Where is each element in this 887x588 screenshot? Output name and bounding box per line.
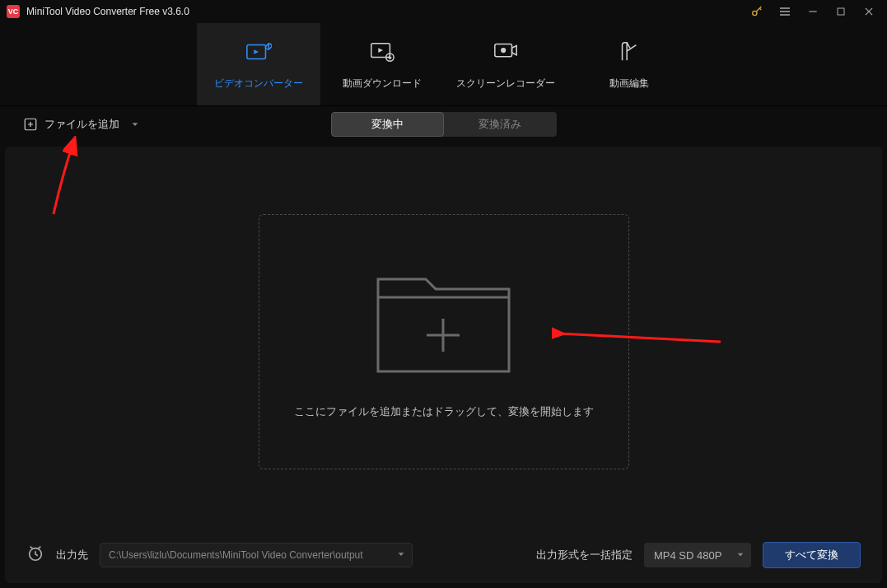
chevron-down-icon <box>736 549 745 562</box>
status-segmented: 変換中 変換済み <box>331 112 557 137</box>
svg-rect-1 <box>838 8 844 15</box>
segment-converting[interactable]: 変換中 <box>331 112 444 137</box>
subbar: ファイルを追加 変換中 変換済み <box>0 105 887 142</box>
segment-converted[interactable]: 変換済み <box>444 112 557 137</box>
chevron-down-icon <box>397 549 405 561</box>
add-files-label: ファイルを追加 <box>44 117 119 132</box>
svg-point-0 <box>753 11 757 15</box>
converter-icon <box>245 39 272 65</box>
minimize-icon[interactable] <box>806 5 819 18</box>
add-files-button[interactable]: ファイルを追加 <box>23 117 139 132</box>
add-file-icon <box>23 117 38 132</box>
tab-label: スクリーンレコーダー <box>456 77 555 91</box>
tab-label: ビデオコンバーター <box>214 77 303 91</box>
maximize-icon[interactable] <box>834 5 847 18</box>
content-area: ここにファイルを追加またはドラッグして、変換を開始します <box>5 147 882 537</box>
tab-label: 動画ダウンロード <box>343 77 422 91</box>
clock-icon[interactable] <box>26 544 44 566</box>
app-title: MiniTool Video Converter Free v3.6.0 <box>26 6 189 17</box>
key-icon[interactable] <box>750 5 763 18</box>
bottombar: 出力先 C:\Users\lizlu\Documents\MiniTool Vi… <box>5 527 882 583</box>
svg-marker-5 <box>378 48 383 53</box>
recorder-icon <box>493 39 519 65</box>
svg-point-8 <box>501 48 505 52</box>
close-icon[interactable] <box>862 5 875 18</box>
app-logo: VC <box>7 5 20 18</box>
svg-marker-3 <box>254 49 259 54</box>
svg-marker-10 <box>133 123 138 126</box>
dropzone-hint: ここにファイルを追加またはドラッグして、変換を開始します <box>294 404 594 419</box>
tab-screen-recorder[interactable]: スクリーンレコーダー <box>444 23 567 105</box>
svg-marker-13 <box>738 553 744 557</box>
output-path-value: C:\Users\lizlu\Documents\MiniTool Video … <box>109 549 363 561</box>
tab-video-edit[interactable]: 動画編集 <box>567 23 691 105</box>
folder-add-icon <box>371 264 516 380</box>
tab-video-converter[interactable]: ビデオコンバーター <box>197 23 320 105</box>
output-format-label: 出力形式を一括指定 <box>536 548 633 562</box>
tab-label: 動画編集 <box>609 77 649 91</box>
edit-icon <box>616 39 642 65</box>
download-icon <box>369 39 395 65</box>
titlebar: VC MiniTool Video Converter Free v3.6.0 <box>0 0 887 23</box>
output-dest-label: 出力先 <box>56 548 88 562</box>
menu-icon[interactable] <box>778 5 791 18</box>
tab-video-download[interactable]: 動画ダウンロード <box>320 23 444 105</box>
main-nav: ビデオコンバーター 動画ダウンロード スクリーンレコーダー <box>0 23 887 105</box>
dropzone[interactable]: ここにファイルを追加またはドラッグして、変換を開始します <box>259 214 629 469</box>
convert-all-button[interactable]: すべて変換 <box>763 542 861 568</box>
chevron-down-icon <box>131 117 139 132</box>
output-path-select[interactable]: C:\Users\lizlu\Documents\MiniTool Video … <box>100 543 413 567</box>
output-format-select[interactable]: MP4 SD 480P <box>644 543 751 567</box>
output-format-value: MP4 SD 480P <box>654 549 721 562</box>
svg-marker-12 <box>399 553 404 556</box>
